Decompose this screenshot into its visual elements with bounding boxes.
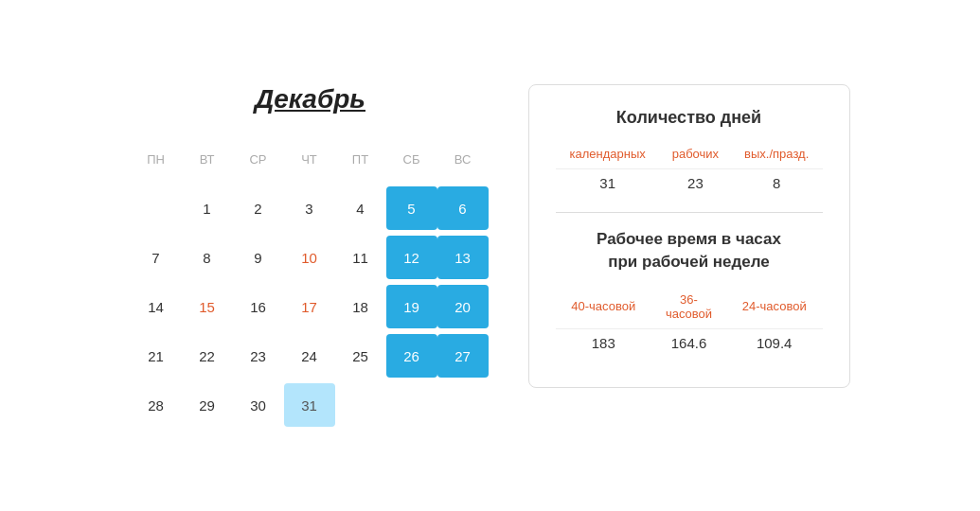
cal-day-9: 9 <box>233 236 284 279</box>
cal-header-пн: ПН <box>131 137 182 181</box>
hours-section-title: Рабочее время в часахпри рабочей неделе <box>556 228 823 273</box>
days-table: календарных рабочих вых./празд. 31 23 8 <box>556 143 823 197</box>
main-container: Декабрь ПНВТСРЧТПТСБВС123456789101112131… <box>102 56 879 455</box>
days-val-off: 8 <box>731 169 823 198</box>
hours-table: 40-часовой 36-часовой 24-часовой 183 164… <box>556 289 823 357</box>
info-panel: Количество дней календарных рабочих вых.… <box>528 84 850 388</box>
calendar-grid: ПНВТСРЧТПТСБВС12345678910111213141516171… <box>131 137 490 427</box>
cal-day-15: 15 <box>182 285 233 328</box>
cal-day-7: 7 <box>131 236 182 279</box>
cal-day-21: 21 <box>131 334 182 378</box>
cal-day-20: 20 <box>437 285 489 328</box>
days-val-cal: 31 <box>556 169 660 198</box>
days-header-off: вых./празд. <box>731 143 823 169</box>
cal-header-ср: СР <box>233 137 284 181</box>
cal-day-empty-4-4 <box>335 383 386 427</box>
days-header-cal: календарных <box>556 143 660 169</box>
cal-day-18: 18 <box>335 285 386 328</box>
cal-day-24: 24 <box>284 334 335 378</box>
hours-val-40: 183 <box>556 328 652 357</box>
cal-header-пт: ПТ <box>335 137 386 181</box>
hours-header-24: 24-часовой <box>726 289 823 329</box>
cal-header-сб: СБ <box>386 137 437 181</box>
cal-day-4: 4 <box>335 186 386 230</box>
cal-day-28: 28 <box>131 383 182 427</box>
days-header-work: рабочих <box>660 143 731 169</box>
hours-val-24: 109.4 <box>726 328 823 357</box>
cal-day-3: 3 <box>284 186 335 230</box>
days-val-work: 23 <box>660 169 731 198</box>
days-headers-row: календарных рабочих вых./празд. <box>556 143 823 169</box>
cal-day-2: 2 <box>233 186 284 230</box>
cal-header-чт: ЧТ <box>284 137 335 181</box>
cal-day-empty-0-0 <box>131 186 182 230</box>
hours-val-36: 164.6 <box>651 328 726 357</box>
hours-headers-row: 40-часовой 36-часовой 24-часовой <box>556 289 823 329</box>
cal-day-13: 13 <box>437 236 489 279</box>
days-section-title: Количество дней <box>556 108 823 128</box>
cal-day-29: 29 <box>182 383 233 427</box>
cal-day-16: 16 <box>233 285 284 328</box>
hours-values-row: 183 164.6 109.4 <box>556 328 823 357</box>
cal-day-27: 27 <box>437 334 489 378</box>
cal-header-вт: ВТ <box>182 137 233 181</box>
cal-day-8: 8 <box>182 236 233 279</box>
divider <box>556 212 823 213</box>
cal-day-11: 11 <box>335 236 386 279</box>
hours-header-36: 36-часовой <box>651 289 726 329</box>
calendar: Декабрь ПНВТСРЧТПТСБВС123456789101112131… <box>131 84 490 427</box>
cal-day-empty-4-5 <box>386 383 437 427</box>
cal-day-empty-4-6 <box>437 383 489 427</box>
cal-day-1: 1 <box>182 186 233 230</box>
cal-day-6: 6 <box>437 186 489 230</box>
calendar-title: Декабрь <box>131 84 490 115</box>
hours-header-40: 40-часовой <box>556 289 652 329</box>
cal-header-вс: ВС <box>437 137 489 181</box>
cal-day-19: 19 <box>386 285 437 328</box>
cal-day-23: 23 <box>233 334 284 378</box>
cal-day-26: 26 <box>386 334 437 378</box>
days-values-row: 31 23 8 <box>556 169 823 198</box>
cal-day-22: 22 <box>182 334 233 378</box>
cal-day-31: 31 <box>284 383 335 427</box>
cal-day-14: 14 <box>131 285 182 328</box>
cal-day-12: 12 <box>386 236 437 279</box>
cal-day-30: 30 <box>233 383 284 427</box>
cal-day-5: 5 <box>386 186 437 230</box>
cal-day-25: 25 <box>335 334 386 378</box>
cal-day-17: 17 <box>284 285 335 328</box>
cal-day-10: 10 <box>284 236 335 279</box>
